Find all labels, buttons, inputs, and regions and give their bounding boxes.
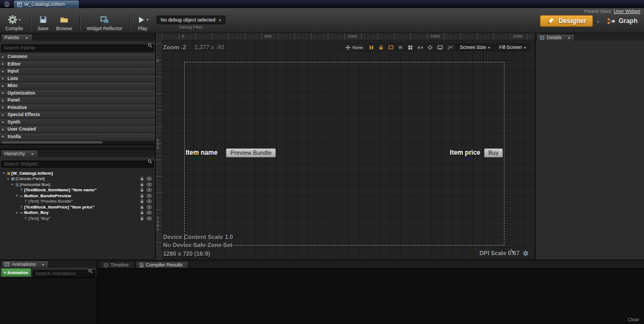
fill-screen-dropdown[interactable]: Fill Screen ▾: [495, 44, 530, 51]
visibility-eye-icon[interactable]: [147, 199, 152, 203]
expander-icon[interactable]: ▾: [6, 177, 10, 181]
expand-arrow-icon[interactable]: ▸: [2, 91, 5, 95]
graph-mode-button[interactable]: Graph: [603, 16, 641, 27]
tree-item-label[interactable]: [TextBlock_ItemName] "Item name": [24, 188, 97, 192]
lock-icon[interactable]: [140, 205, 144, 210]
dpi-settings-gear-icon[interactable]: [523, 250, 529, 256]
expand-arrow-icon[interactable]: ▸: [2, 105, 5, 109]
lock-icon[interactable]: [140, 216, 144, 221]
clear-log-button[interactable]: Clear: [627, 317, 639, 322]
preview-bundle-button[interactable]: Preview Bundle: [226, 148, 275, 157]
buy-button[interactable]: Buy: [484, 148, 503, 157]
visibility-eye-icon[interactable]: [147, 211, 152, 214]
tree-row-textblock-itemname[interactable]: T [TextBlock_ItemName] "Item name": [0, 188, 155, 193]
widget-reflector-button[interactable]: Widget Reflector: [83, 13, 127, 32]
tree-row-text-buy[interactable]: T [Text] "Buy": [0, 215, 155, 221]
designer-canvas[interactable]: 0 500 1000 1500 2000 0 5 0 0 1 0 0 0 Ite…: [156, 33, 535, 260]
timeline-tab[interactable]: Timeline: [100, 261, 135, 268]
tree-row-text-preview-bundle[interactable]: T [Text] "Preview Bundle": [0, 199, 155, 205]
expand-arrow-icon[interactable]: ▸: [2, 127, 5, 131]
palette-category-input[interactable]: ▸Input: [0, 68, 155, 75]
animations-search-input[interactable]: [33, 270, 96, 277]
chevron-down-icon[interactable]: ▾: [26, 36, 28, 40]
compiler-results-tab[interactable]: Compiler Results: [136, 261, 189, 268]
visibility-eye-icon[interactable]: [147, 205, 152, 209]
visibility-eye-icon[interactable]: [147, 188, 152, 192]
expander-icon[interactable]: ▾: [14, 211, 19, 214]
item-price-text[interactable]: Item price: [450, 149, 480, 156]
palette-category-common[interactable]: ▸Common: [0, 53, 155, 61]
panel-divider[interactable]: [0, 144, 155, 149]
lock-icon[interactable]: [140, 210, 144, 215]
animations-list[interactable]: [0, 278, 97, 324]
scrollbar-thumb[interactable]: [1, 141, 103, 143]
palette-category-editor[interactable]: ▸Editor: [0, 61, 155, 68]
palette-category-misc[interactable]: ▸Misc: [0, 82, 155, 90]
expand-arrow-icon[interactable]: ▸: [2, 62, 5, 66]
expand-arrow-icon[interactable]: ▸: [2, 55, 5, 59]
expand-arrow-icon[interactable]: ▸: [2, 134, 5, 138]
tree-item-label[interactable]: [Horizontal Box]: [20, 182, 50, 187]
asset-tab[interactable]: W_CatalogListItem: [14, 1, 79, 8]
lock-icon[interactable]: [140, 182, 144, 187]
compile-dropdown-icon[interactable]: ▾: [19, 18, 21, 21]
visibility-eye-icon[interactable]: [147, 183, 152, 186]
palette-category-primitive[interactable]: ▸Primitive: [0, 104, 155, 112]
tree-row-root[interactable]: ▾ ▣ [W_CatalogListItem]: [0, 170, 155, 176]
save-button[interactable]: Save: [34, 13, 53, 32]
tree-row-textblock-itemprice[interactable]: T [TextBlock_ItemPrice] "Item price": [0, 204, 155, 210]
expand-arrow-icon[interactable]: ▸: [2, 113, 5, 117]
play-button[interactable]: ▾ Play: [133, 13, 152, 32]
chevron-down-icon[interactable]: ▾: [32, 152, 34, 156]
palette-scrollbar[interactable]: [0, 141, 155, 144]
animations-tab[interactable]: Animations ▾: [1, 261, 49, 268]
visibility-eye-icon[interactable]: [147, 177, 152, 181]
debug-object-dropdown[interactable]: No debug object selected ▾: [157, 16, 225, 24]
tree-item-label[interactable]: [TextBlock_ItemPrice] "Item price": [24, 205, 94, 210]
tree-item-label[interactable]: [Canvas Panel]: [16, 176, 45, 181]
expand-arrow-icon[interactable]: ▸: [2, 69, 5, 73]
tree-item-label[interactable]: [Text] "Buy": [28, 216, 50, 221]
expander-icon[interactable]: ▾: [14, 194, 19, 197]
palette-category-xsolla[interactable]: ▸Xsolla: [0, 133, 155, 141]
lock-icon[interactable]: [140, 199, 144, 204]
compiler-results-log[interactable]: Clear: [97, 268, 644, 324]
grid-size-button[interactable]: 4 ▾: [416, 44, 425, 51]
palette-tab[interactable]: Palette ▾: [1, 34, 33, 41]
browse-button[interactable]: Browse: [53, 13, 76, 32]
zoom-to-fit-button[interactable]: [426, 44, 434, 51]
parent-class-link[interactable]: User Widget: [613, 9, 640, 14]
add-animation-button[interactable]: + Animation: [1, 268, 31, 277]
screen-size-dropdown[interactable]: Screen Size ▾: [456, 44, 494, 51]
hierarchy-search-input[interactable]: [1, 161, 154, 168]
expand-arrow-icon[interactable]: ▸: [2, 98, 5, 102]
item-name-text[interactable]: Item name: [186, 149, 217, 156]
tree-item-label[interactable]: Button_BundlePreview: [24, 193, 71, 198]
chevron-down-icon[interactable]: ▾: [568, 36, 570, 40]
expander-icon[interactable]: ▾: [10, 183, 14, 186]
tree-item-label[interactable]: Button_Buy: [24, 210, 48, 215]
tree-row-canvas-panel[interactable]: ▾ ▦ [Canvas Panel]: [0, 176, 155, 182]
palette-category-lists[interactable]: ▸Lists: [0, 75, 155, 83]
palette-search-input[interactable]: [1, 45, 154, 52]
localization-preview-button[interactable]: None: [342, 44, 366, 51]
details-tab[interactable]: Details ▾: [537, 34, 575, 41]
compile-button[interactable]: ▾ Compile: [2, 13, 27, 32]
expander-icon[interactable]: ▾: [2, 171, 6, 175]
preview-background-button[interactable]: [436, 44, 444, 51]
horizontal-box-preview[interactable]: Item name Preview Bundle Item price Buy: [186, 148, 503, 157]
designer-mode-button[interactable]: Designer: [540, 15, 593, 27]
hierarchy-tab[interactable]: Hierarchy ▾: [1, 150, 38, 157]
visibility-eye-icon[interactable]: [147, 217, 152, 220]
respect-locks-button[interactable]: R: [397, 44, 405, 51]
expand-arrow-icon[interactable]: ▸: [2, 120, 5, 124]
chevron-down-icon[interactable]: ▾: [42, 263, 45, 267]
tree-row-button-bundlepreview[interactable]: ▾ ▭ Button_BundlePreview: [0, 193, 155, 199]
visibility-eye-icon[interactable]: [147, 194, 152, 198]
palette-category-optimization[interactable]: ▸Optimization: [0, 90, 155, 97]
tree-row-button-buy[interactable]: ▾ ▭ Button_Buy: [0, 210, 155, 216]
lock-widgets-button[interactable]: [377, 44, 385, 51]
toggle-outlines-button[interactable]: [368, 44, 376, 51]
lock-icon[interactable]: [140, 193, 144, 198]
tree-item-label[interactable]: [W_CatalogListItem]: [11, 171, 53, 176]
